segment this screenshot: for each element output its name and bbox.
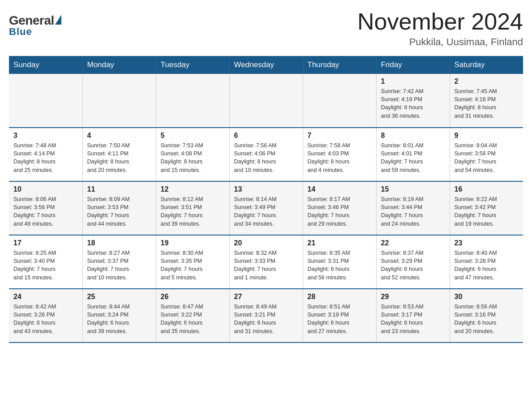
day-info: Sunrise: 8:37 AM Sunset: 3:29 PM Dayligh… [381,249,445,282]
day-info: Sunrise: 8:17 AM Sunset: 3:46 PM Dayligh… [308,195,372,228]
calendar-day-cell: 30Sunrise: 8:56 AM Sunset: 3:16 PM Dayli… [450,289,523,342]
calendar-day-cell: 22Sunrise: 8:37 AM Sunset: 3:29 PM Dayli… [376,235,450,289]
calendar-day-cell: 2Sunrise: 7:45 AM Sunset: 4:16 PM Daylig… [450,74,523,128]
day-number: 29 [381,293,445,301]
calendar-day-cell: 19Sunrise: 8:30 AM Sunset: 3:35 PM Dayli… [156,235,229,289]
calendar-week-row: 24Sunrise: 8:42 AM Sunset: 3:26 PM Dayli… [9,289,523,342]
day-info: Sunrise: 8:42 AM Sunset: 3:26 PM Dayligh… [13,303,78,335]
day-number: 2 [455,77,519,86]
day-info: Sunrise: 8:01 AM Sunset: 4:01 PM Dayligh… [381,141,445,174]
calendar-day-cell: 18Sunrise: 8:27 AM Sunset: 3:37 PM Dayli… [82,235,156,289]
calendar-day-cell: 27Sunrise: 8:49 AM Sunset: 3:21 PM Dayli… [229,289,303,342]
calendar-day-cell: 11Sunrise: 8:09 AM Sunset: 3:53 PM Dayli… [82,181,156,235]
calendar-day-cell: 12Sunrise: 8:12 AM Sunset: 3:51 PM Dayli… [156,181,229,235]
calendar-day-header: Saturday [450,56,523,74]
calendar-day-cell: 5Sunrise: 7:53 AM Sunset: 4:08 PM Daylig… [156,128,229,181]
calendar-day-header: Tuesday [156,56,229,74]
calendar-day-cell: 21Sunrise: 8:35 AM Sunset: 3:31 PM Dayli… [303,235,376,289]
day-number: 3 [13,132,78,140]
day-number: 20 [234,239,298,247]
logo: General Blue [9,9,61,38]
day-info: Sunrise: 8:56 AM Sunset: 3:16 PM Dayligh… [455,303,519,335]
day-number: 8 [381,132,445,140]
day-number: 22 [381,239,445,247]
title-block: November 2024 Pukkila, Uusimaa, Finland [357,9,523,48]
calendar-day-cell: 28Sunrise: 8:51 AM Sunset: 3:19 PM Dayli… [303,289,376,342]
calendar-week-row: 1Sunrise: 7:42 AM Sunset: 4:19 PM Daylig… [9,74,523,128]
day-number: 28 [308,293,372,301]
calendar-day-cell: 17Sunrise: 8:25 AM Sunset: 3:40 PM Dayli… [9,235,82,289]
calendar-day-cell: 15Sunrise: 8:19 AM Sunset: 3:44 PM Dayli… [376,181,450,235]
calendar-week-row: 17Sunrise: 8:25 AM Sunset: 3:40 PM Dayli… [9,235,523,289]
day-info: Sunrise: 8:25 AM Sunset: 3:40 PM Dayligh… [13,249,78,282]
calendar-day-cell: 8Sunrise: 8:01 AM Sunset: 4:01 PM Daylig… [376,128,450,181]
day-info: Sunrise: 8:19 AM Sunset: 3:44 PM Dayligh… [381,195,445,228]
calendar-day-cell: 26Sunrise: 8:47 AM Sunset: 3:22 PM Dayli… [156,289,229,342]
day-info: Sunrise: 7:42 AM Sunset: 4:19 PM Dayligh… [381,87,445,120]
day-number: 9 [455,132,519,140]
day-number: 17 [13,239,78,247]
day-number: 1 [381,77,445,86]
day-info: Sunrise: 7:58 AM Sunset: 4:03 PM Dayligh… [308,141,372,174]
day-info: Sunrise: 8:49 AM Sunset: 3:21 PM Dayligh… [234,303,298,335]
day-number: 12 [161,185,225,193]
location-text: Pukkila, Uusimaa, Finland [357,36,523,48]
calendar-day-cell: 13Sunrise: 8:14 AM Sunset: 3:49 PM Dayli… [229,181,303,235]
calendar-day-cell [82,74,156,128]
calendar-day-cell: 20Sunrise: 8:32 AM Sunset: 3:33 PM Dayli… [229,235,303,289]
day-info: Sunrise: 8:47 AM Sunset: 3:22 PM Dayligh… [161,303,225,335]
calendar-day-header: Monday [82,56,156,74]
day-number: 14 [308,185,372,193]
day-info: Sunrise: 8:44 AM Sunset: 3:24 PM Dayligh… [87,303,151,335]
day-info: Sunrise: 7:53 AM Sunset: 4:08 PM Dayligh… [161,141,225,174]
day-number: 24 [13,293,78,301]
day-number: 7 [308,132,372,140]
day-info: Sunrise: 8:12 AM Sunset: 3:51 PM Dayligh… [161,195,225,228]
calendar-day-cell [9,74,82,128]
calendar-day-cell: 9Sunrise: 8:04 AM Sunset: 3:58 PM Daylig… [450,128,523,181]
calendar-day-cell: 23Sunrise: 8:40 AM Sunset: 3:28 PM Dayli… [450,235,523,289]
calendar-day-cell: 6Sunrise: 7:56 AM Sunset: 4:06 PM Daylig… [229,128,303,181]
calendar-day-cell: 24Sunrise: 8:42 AM Sunset: 3:26 PM Dayli… [9,289,82,342]
calendar-day-cell: 10Sunrise: 8:06 AM Sunset: 3:56 PM Dayli… [9,181,82,235]
logo-triangle-icon [55,15,61,25]
calendar-day-cell [229,74,303,128]
calendar-day-cell [303,74,376,128]
day-info: Sunrise: 8:06 AM Sunset: 3:56 PM Dayligh… [13,195,78,228]
day-number: 11 [87,185,151,193]
calendar-week-row: 10Sunrise: 8:06 AM Sunset: 3:56 PM Dayli… [9,181,523,235]
day-number: 30 [455,293,519,301]
day-info: Sunrise: 8:09 AM Sunset: 3:53 PM Dayligh… [87,195,151,228]
day-number: 15 [381,185,445,193]
day-info: Sunrise: 7:50 AM Sunset: 4:11 PM Dayligh… [87,141,151,174]
calendar-day-header: Thursday [303,56,376,74]
day-info: Sunrise: 8:30 AM Sunset: 3:35 PM Dayligh… [161,249,225,282]
day-info: Sunrise: 8:14 AM Sunset: 3:49 PM Dayligh… [234,195,298,228]
day-number: 19 [161,239,225,247]
day-info: Sunrise: 8:22 AM Sunset: 3:42 PM Dayligh… [455,195,519,228]
day-number: 26 [161,293,225,301]
calendar-day-header: Wednesday [229,56,303,74]
day-info: Sunrise: 8:04 AM Sunset: 3:58 PM Dayligh… [455,141,519,174]
calendar-table: SundayMondayTuesdayWednesdayThursdayFrid… [9,56,523,343]
logo-blue-text: Blue [9,26,32,38]
day-info: Sunrise: 8:53 AM Sunset: 3:17 PM Dayligh… [381,303,445,335]
calendar-week-row: 3Sunrise: 7:48 AM Sunset: 4:14 PM Daylig… [9,128,523,181]
day-info: Sunrise: 8:40 AM Sunset: 3:28 PM Dayligh… [455,249,519,282]
calendar-day-header: Sunday [9,56,82,74]
calendar-day-cell: 3Sunrise: 7:48 AM Sunset: 4:14 PM Daylig… [9,128,82,181]
day-info: Sunrise: 7:56 AM Sunset: 4:06 PM Dayligh… [234,141,298,174]
day-number: 10 [13,185,78,193]
calendar-day-cell: 25Sunrise: 8:44 AM Sunset: 3:24 PM Dayli… [82,289,156,342]
calendar-day-header: Friday [376,56,450,74]
day-number: 21 [308,239,372,247]
day-number: 18 [87,239,151,247]
day-number: 23 [455,239,519,247]
day-info: Sunrise: 7:45 AM Sunset: 4:16 PM Dayligh… [455,87,519,120]
day-info: Sunrise: 8:35 AM Sunset: 3:31 PM Dayligh… [308,249,372,282]
calendar-day-cell: 7Sunrise: 7:58 AM Sunset: 4:03 PM Daylig… [303,128,376,181]
page-header: General Blue November 2024 Pukkila, Uusi… [9,9,523,48]
day-info: Sunrise: 7:48 AM Sunset: 4:14 PM Dayligh… [13,141,78,174]
calendar-day-cell: 29Sunrise: 8:53 AM Sunset: 3:17 PM Dayli… [376,289,450,342]
day-info: Sunrise: 8:27 AM Sunset: 3:37 PM Dayligh… [87,249,151,282]
